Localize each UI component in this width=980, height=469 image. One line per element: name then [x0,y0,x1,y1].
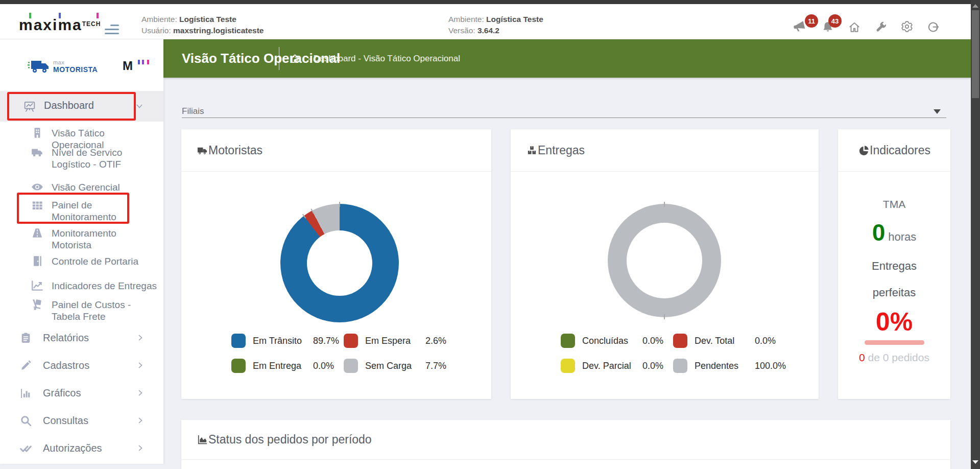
max-motorista-brand: max MOTORISTA M [0,55,163,80]
version-label: Versão: [448,26,477,35]
dashboard-chart-icon [22,99,37,113]
legend-swatch [673,359,687,373]
logo-sub-text: TECH [82,20,101,28]
legend-swatch [231,334,246,348]
mini-logo-tick [147,60,149,64]
menu-toggle-icon[interactable] [105,25,119,35]
topbar: maximaTECH Ambiente: Logística Teste Usu… [0,4,971,39]
legend-swatch [561,359,575,373]
vertical-scrollbar[interactable] [971,0,980,469]
logo-tick-pink [97,13,99,18]
sidebar-item-dashboard[interactable]: Dashboard [0,91,163,122]
legend-swatch [344,334,358,348]
mini-logo-tick [142,60,144,64]
chevron-right-icon [138,362,143,369]
motoristas-card: Motoristas Em Trânsito89.7% Em Espera2.6… [181,129,491,399]
orders-count: 0 de 0 pedidos [838,351,950,364]
line-chart-icon [31,279,44,292]
logout-icon[interactable] [926,20,940,34]
perfect-deliveries-progress-bar [865,340,924,345]
donut-hole [627,223,702,298]
sidebar-item-cadastros[interactable]: Cadastros [19,359,152,372]
filiais-select-underline[interactable] [182,118,946,118]
sidebar-item-autorizacoes[interactable]: Autorizações [19,442,152,455]
search-icon [19,414,32,427]
card-title: Indicadores [870,144,930,157]
environment-version-block: Ambiente: Logística Teste Versão: 3.64.2 [448,14,543,36]
tma-value-row: 0horas [838,219,950,246]
sidebar-item-nivel-de-servico-otif[interactable]: Nível de ServicoLogístico - OTIF [31,147,158,170]
perfect-deliveries-percent: 0% [838,311,950,333]
sidebar-item-relatorios[interactable]: Relatórios [19,332,152,344]
entregas-card-header: Entregas [511,129,819,172]
sidebar-item-visao-gerencial[interactable]: Visão Gerencial [31,181,158,194]
scrollbar-thumb[interactable] [972,10,979,98]
perfect-deliveries-label-line1: Entregas [838,260,950,273]
entregas-legend: Concluídas0.0% Dev. Total0.0% Dev. Parci… [561,334,786,373]
logo-text: maxima [19,16,82,33]
legend-swatch [561,334,575,348]
bar-chart-icon [19,387,32,400]
announcements-badge[interactable]: 11 [805,14,818,28]
sidebar-item-controle-de-portaria[interactable]: Controle de Portaria [31,255,158,268]
legend-item: Em Trânsito89.7% [231,334,344,348]
breadcrumb: - Dashboard - Visão Tático Operacional [308,54,460,64]
motoristas-legend: Em Trânsito89.7% Em Espera2.6% Em Entreg… [231,334,446,373]
sidebar-item-label: Consultas [43,415,88,427]
brand-main-label: MOTORISTA [53,65,98,74]
announcements-icon[interactable] [793,19,806,33]
legend-item: Dev. Parcial0.0% [561,359,673,373]
legend-swatch [231,359,246,373]
breadcrumb-home-icon[interactable] [289,53,301,64]
entregas-donut-chart[interactable] [608,204,721,317]
sidebar-item-painel-de-monitoramento[interactable]: Painel deMonitoramento [31,199,158,223]
user-label: Usuário: [141,26,173,35]
card-title: Entregas [538,144,585,157]
settings-gear-icon[interactable] [900,20,914,33]
tma-value: 0 [872,219,886,246]
legend-item: Em Espera2.6% [344,334,446,348]
area-chart-icon [197,434,208,445]
scrollbar-down-arrow[interactable] [972,460,978,464]
truck-icon [197,145,208,156]
status-pedidos-card: Status dos pedidos por período [181,420,950,469]
sidebar-item-label: Painel de Custos - [52,299,131,310]
sidebar-item-consultas[interactable]: Consultas [19,414,152,427]
brand-text: max MOTORISTA [53,59,98,73]
donut-tick-mark [664,314,665,319]
card-title: Status dos pedidos por período [208,433,372,447]
version-value: 3.64.2 [477,26,499,35]
sidebar-item-graficos[interactable]: Gráficos [19,387,152,400]
sidebar-item-monitoramento-motorista[interactable]: MonitoramentoMotorista [31,227,158,251]
road-icon [31,226,44,240]
sidebar-item-indicadores-de-entregas[interactable]: Indicadores de Entregas [31,280,158,292]
chevron-right-icon [138,389,143,396]
notifications-badge[interactable]: 43 [828,14,842,28]
hand-truck-icon [31,298,44,311]
scrollbar-up-arrow[interactable] [972,4,978,8]
user-value: maxstring.logisticateste [173,26,264,35]
card-title: Motoristas [208,144,262,157]
indicadores-card-header: Indicadores [838,129,950,172]
legend-item: Sem Carga7.7% [344,359,446,373]
sidebar-item-label: Painel de [52,200,92,210]
brand-small-label: max [53,59,98,66]
sidebar-item-painel-de-custos[interactable]: Painel de Custos -Tabela Frete [31,299,158,322]
top-strip [0,0,980,4]
motoristas-donut-chart[interactable] [280,204,399,322]
sidebar-item-label: Dashboard [44,100,94,111]
legend-item: Pendentes100.0% [673,359,786,373]
mini-m-logo: M [123,59,133,73]
env-label: Ambiente: [141,15,179,24]
env-value: Logística Teste [179,15,236,24]
grid-icon [31,198,44,212]
motoristas-card-header: Motoristas [181,129,491,172]
pencil-icon [19,359,32,372]
chevron-right-icon [138,417,143,424]
truck-icon [31,146,44,159]
home-icon[interactable] [848,20,861,34]
tools-wrench-icon[interactable] [874,20,888,34]
donut-tick-mark [302,214,306,219]
filiais-select-label: Filiais [182,106,204,116]
filiais-dropdown-arrow-icon[interactable] [934,109,941,114]
